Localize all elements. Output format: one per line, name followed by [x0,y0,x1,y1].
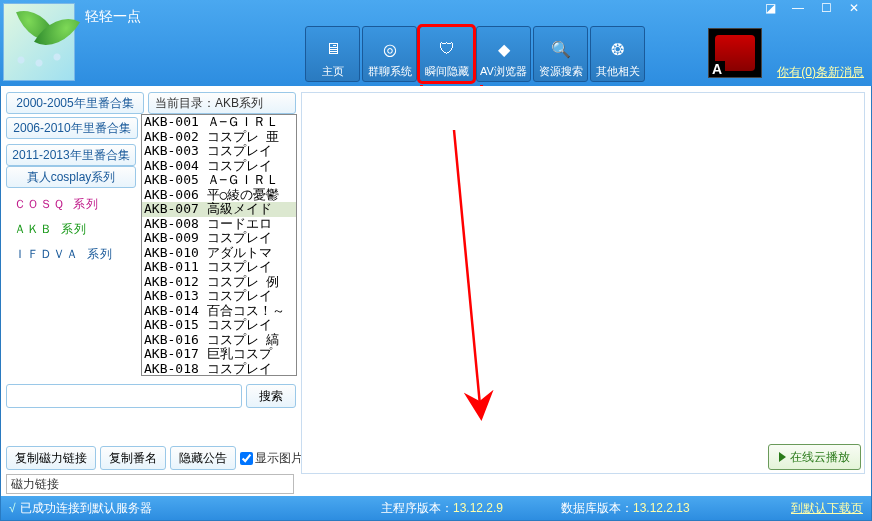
list-item[interactable]: AKB-012 コスプレ 例 [142,275,296,290]
year-tab-2006-2010[interactable]: 2006-2010年里番合集 [6,117,138,139]
year-tab-2000-2005[interactable]: 2000-2005年里番合集 [6,92,144,114]
current-dir-label: 当前目录：AKB系列 [148,92,296,114]
side-link[interactable]: ＡＫＢ 系列 [6,217,136,242]
list-item[interactable]: AKB-009 コスプレイ [142,231,296,246]
search-icon: 🔍 [546,34,576,64]
list-item[interactable]: AKB-006 平○綾の憂鬱 [142,188,296,203]
download-page-link[interactable]: 到默认下载页 [791,500,863,517]
show-image-checkbox-wrap[interactable]: 显示图片 [240,450,303,467]
toolbar-label: 瞬间隐藏 [425,64,469,79]
skin-button[interactable]: ◪ [756,0,784,18]
toolbar-other-button[interactable]: ❂其他相关 [590,26,645,82]
toolbar-hide-button[interactable]: 🛡瞬间隐藏 [419,26,474,82]
toolbar-label: AV浏览器 [480,64,527,79]
chat-icon: ◎ [375,34,405,64]
av-icon: ◆ [489,34,519,64]
list-item[interactable]: AKB-015 コスプレイ [142,318,296,333]
other-icon: ❂ [603,34,633,64]
search-input[interactable] [6,384,242,408]
main-toolbar: 🖥主页◎群聊系统🛡瞬间隐藏◆AV浏览器🔍资源搜索❂其他相关 [305,26,645,82]
app-logo [3,3,75,81]
list-item[interactable]: AKB-007 高級メイド [142,202,296,217]
status-db-version: 数据库版本：13.12.2.13 [561,500,690,517]
side-link[interactable]: ＩＦＤＶＡ 系列 [6,242,136,267]
toolbar-av-button[interactable]: ◆AV浏览器 [476,26,531,82]
home-icon: 🖥 [318,34,348,64]
cloud-play-label: 在线云播放 [790,449,850,466]
close-button[interactable]: ✕ [840,0,868,18]
titlebar: 轻轻一点 ◪ — ☐ ✕ 🖥主页◎群聊系统🛡瞬间隐藏◆AV浏览器🔍资源搜索❂其他… [0,0,872,86]
hide-icon: 🛡 [432,34,462,64]
status-connected: 已成功连接到默认服务器 [20,500,152,517]
year-tab-2011-2013[interactable]: 2011-2013年里番合集 [6,144,136,166]
list-item[interactable]: AKB-008 コードエロ [142,217,296,232]
magnet-link-field[interactable]: 磁力链接 [6,474,294,494]
toolbar-home-button[interactable]: 🖥主页 [305,26,360,82]
statusbar: √ 已成功连接到默认服务器 主程序版本：13.12.2.9 数据库版本：13.1… [1,496,871,520]
series-listbox[interactable]: AKB-001 Ａ−ＧＩＲＬAKB-002 コスプレ 亜AKB-003 コスプレ… [141,114,297,376]
hide-notice-button[interactable]: 隐藏公告 [170,446,236,470]
status-main-version: 主程序版本：13.12.2.9 [381,500,503,517]
side-link[interactable]: ＣＯＳＱ 系列 [6,192,136,217]
list-item[interactable]: AKB-002 コスプレ 亜 [142,130,296,145]
side-tab-cosplay[interactable]: 真人cosplay系列 [6,166,136,188]
messages-link[interactable]: 你有(0)条新消息 [777,64,864,81]
toolbar-label: 主页 [322,64,344,79]
list-item[interactable]: AKB-003 コスプレイ [142,144,296,159]
check-icon: √ [9,501,16,515]
body: 2000-2005年里番合集 当前目录：AKB系列 2006-2010年里番合集… [0,86,872,521]
side-tabs: 2011-2013年里番合集 真人cosplay系列 ＣＯＳＱ 系列ＡＫＢ 系列… [6,144,136,267]
list-item[interactable]: AKB-017 巨乳コスプ [142,347,296,362]
toolbar-chat-button[interactable]: ◎群聊系统 [362,26,417,82]
list-item[interactable]: AKB-013 コスプレイ [142,289,296,304]
show-image-checkbox[interactable] [240,452,253,465]
list-item[interactable]: AKB-016 コスプレ 縞 [142,333,296,348]
list-item[interactable]: AKB-010 アダルトマ [142,246,296,261]
toolbar-label: 群聊系统 [368,64,412,79]
list-item[interactable]: AKB-001 Ａ−ＧＩＲＬ [142,115,296,130]
show-image-label: 显示图片 [255,450,303,467]
app-title: 轻轻一点 [85,8,141,26]
brand-logo[interactable] [708,28,762,78]
list-item[interactable]: AKB-011 コスプレイ [142,260,296,275]
list-item[interactable]: AKB-018 コスプレイ [142,362,296,377]
toolbar-search-button[interactable]: 🔍资源搜索 [533,26,588,82]
minimize-button[interactable]: — [784,0,812,18]
content-area [301,92,865,474]
play-icon [779,452,786,462]
list-item[interactable]: AKB-005 Ａ−ＧＩＲＬ [142,173,296,188]
toolbar-label: 其他相关 [596,64,640,79]
toolbar-label: 资源搜索 [539,64,583,79]
copy-magnet-button[interactable]: 复制磁力链接 [6,446,96,470]
list-item[interactable]: AKB-004 コスプレイ [142,159,296,174]
search-button[interactable]: 搜索 [246,384,296,408]
copy-title-button[interactable]: 复制番名 [100,446,166,470]
window-controls: ◪ — ☐ ✕ [756,0,868,18]
list-item[interactable]: AKB-014 百合コス！～ [142,304,296,319]
maximize-button[interactable]: ☐ [812,0,840,18]
cloud-play-button[interactable]: 在线云播放 [768,444,861,470]
